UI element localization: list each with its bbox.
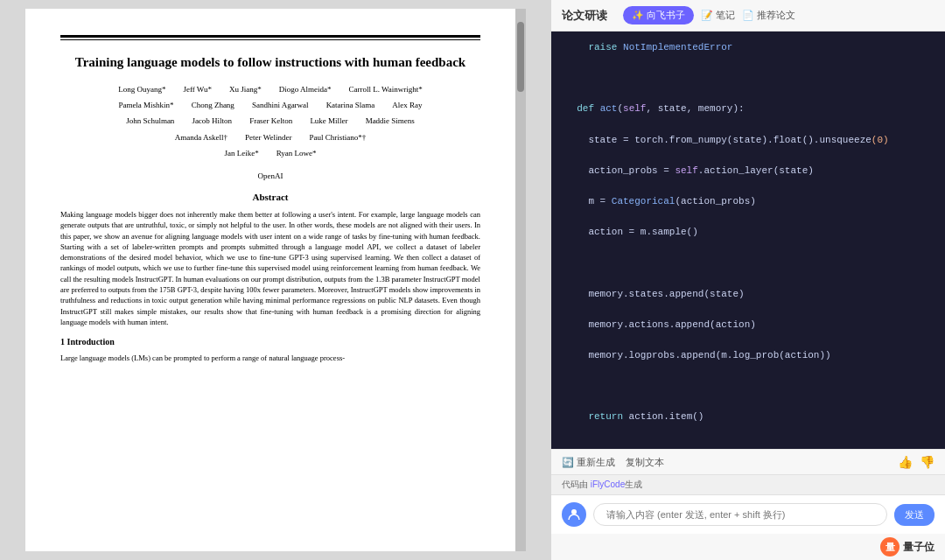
author-name: Paul Christiano*†	[309, 130, 366, 144]
brand-logo: 量 量子位	[880, 537, 934, 556]
paper-content: Training language models to follow instr…	[25, 9, 515, 551]
dislike-button[interactable]: 👎	[920, 455, 934, 469]
ai-button[interactable]: ✨ 向飞书子	[623, 6, 694, 24]
iflycode-brand: iFlyCode	[588, 480, 625, 489]
note-button[interactable]: 📝 笔记	[701, 9, 735, 22]
author-name: Chong Zhang	[192, 98, 234, 112]
code-block: raise NotImplementedError def act(self, …	[551, 32, 945, 449]
input-area: 发送	[551, 494, 945, 534]
svg-point-0	[571, 509, 577, 514]
author-name: Maddie Simens	[366, 114, 415, 128]
right-panel: 论文研读 ✨ 向飞书子 📝 笔记 📄 推荐论文 raise NotImpleme…	[551, 0, 945, 560]
author-row-2: Pamela Mishkin* Chong Zhang Sandhini Aga…	[60, 98, 480, 112]
brand-name: 量子位	[903, 540, 934, 555]
code-area: raise NotImplementedError def act(self, …	[551, 32, 945, 449]
author-name: Xu Jiang*	[229, 82, 262, 96]
abstract-text: Making language models bigger does not i…	[60, 209, 480, 327]
author-name: Fraser Kelton	[249, 114, 292, 128]
author-name: Alex Ray	[392, 98, 422, 112]
scrollbar[interactable]	[515, 9, 526, 551]
author-row-1: Long Ouyang* Jeff Wu* Xu Jiang* Diogo Al…	[60, 82, 480, 96]
copy-text-button[interactable]: 复制文本	[626, 456, 664, 469]
top-bar: 论文研读 ✨ 向飞书子 📝 笔记 📄 推荐论文	[551, 0, 945, 32]
author-row-3: John Schulman Jacob Hilton Fraser Kelton…	[60, 114, 480, 128]
author-name: Ryan Lowe*	[276, 146, 317, 160]
scrollbar-thumb[interactable]	[517, 22, 524, 92]
author-name: Diogo Almeida*	[279, 82, 332, 96]
abstract-title: Abstract	[60, 191, 480, 204]
user-avatar	[562, 502, 586, 527]
author-name: Sandhini Agarwal	[252, 98, 309, 112]
authors-section: Long Ouyang* Jeff Wu* Xu Jiang* Diogo Al…	[60, 82, 480, 160]
author-name: Peter Welinder	[245, 130, 291, 144]
brand-icon: 量	[880, 537, 900, 556]
organization: OpenAI	[60, 171, 480, 182]
recommend-button[interactable]: 📄 推荐论文	[742, 9, 795, 22]
paper-title: Training language models to follow instr…	[60, 53, 480, 72]
paper-scroll[interactable]: Training language models to follow instr…	[0, 0, 551, 560]
author-name: Amanda Askell†	[175, 130, 228, 144]
bottom-brand: 量 量子位	[551, 534, 945, 560]
author-name: Jacob Hilton	[192, 114, 232, 128]
chat-input[interactable]	[593, 503, 887, 526]
author-name: Jan Leike*	[224, 146, 258, 160]
action-bar: 🔄 重新生成 复制文本 👍 👎	[551, 449, 945, 474]
author-name: Luke Miller	[310, 114, 347, 128]
author-name: John Schulman	[126, 114, 174, 128]
author-name: Katarina Slama	[326, 98, 375, 112]
panel-title: 论文研读	[562, 8, 607, 24]
author-name: Carroll L. Wainwright*	[348, 82, 422, 96]
author-name: Long Ouyang*	[118, 82, 165, 96]
author-row-5: Jan Leike* Ryan Lowe*	[60, 146, 480, 160]
author-name: Pamela Mishkin*	[118, 98, 173, 112]
section1-title: 1 Introduction	[60, 336, 480, 348]
intro-text: Large language models (LMs) can be promp…	[60, 353, 480, 363]
author-name: Jeff Wu*	[183, 82, 212, 96]
send-button[interactable]: 发送	[894, 504, 934, 526]
code-source-label: 代码由 iFlyCode生成	[551, 474, 945, 494]
author-row-4: Amanda Askell† Peter Welinder Paul Chris…	[60, 130, 480, 144]
action-right: 👍 👎	[898, 455, 934, 469]
like-button[interactable]: 👍	[898, 455, 913, 469]
paper-panel: Training language models to follow instr…	[0, 0, 551, 560]
regenerate-button[interactable]: 🔄 重新生成	[562, 456, 615, 469]
action-left: 🔄 重新生成 复制文本	[562, 456, 664, 469]
